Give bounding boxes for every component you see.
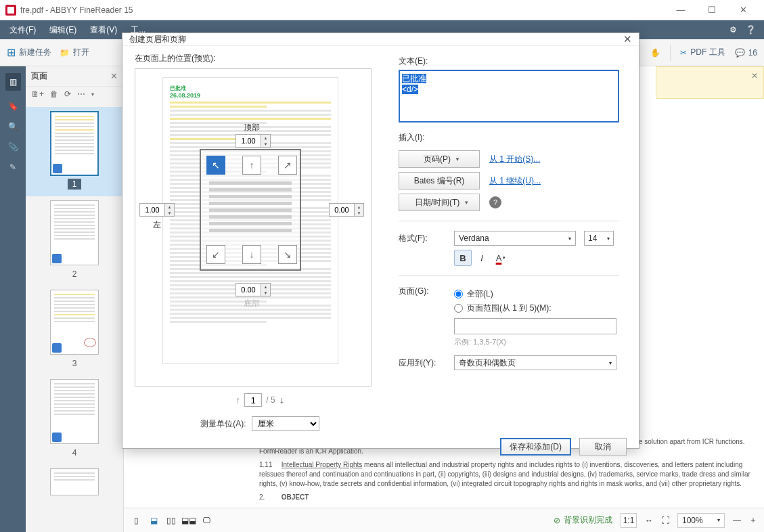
two-page-icon[interactable]: ▯▯: [166, 515, 177, 526]
dropdown-icon[interactable]: ▾: [91, 91, 94, 97]
help-icon[interactable]: ❔: [745, 24, 756, 35]
open-button[interactable]: 📁 打开: [60, 47, 89, 58]
start-from-1-link[interactable]: 从 1 开始(S)...: [489, 154, 540, 165]
font-size-select[interactable]: 14▾: [584, 231, 614, 246]
preview-page-nav: ↑ / 5 ↓: [135, 393, 385, 407]
menu-view[interactable]: 查看(V): [83, 20, 124, 39]
folder-icon: 📁: [60, 48, 70, 58]
thumb-page-5[interactable]: [26, 464, 123, 502]
page-nav-total: / 5: [266, 395, 275, 405]
help-info-icon[interactable]: ?: [489, 196, 501, 208]
single-page-icon[interactable]: ▯: [131, 515, 141, 526]
prev-page-button[interactable]: ↑: [235, 395, 240, 405]
radio-page-range[interactable]: [454, 304, 463, 313]
zoom-out-icon[interactable]: —: [733, 516, 741, 525]
position-bottom-left[interactable]: ↙: [206, 245, 225, 264]
divider-2: [399, 275, 619, 276]
hand-icon[interactable]: ✋: [650, 47, 660, 58]
window-title: fre.pdf - ABBYY FineReader 15: [20, 5, 133, 15]
page-range-input[interactable]: [454, 318, 616, 334]
preview-approved-text: 已批准: [170, 85, 331, 92]
rail-pages-icon[interactable]: ▥: [5, 73, 21, 91]
minimize-button[interactable]: —: [665, 0, 696, 20]
menu-file[interactable]: 文件(F): [3, 20, 43, 39]
comments-count: 16: [748, 48, 757, 58]
rotate-icon[interactable]: ⟳: [64, 89, 71, 99]
thumb-page-1[interactable]: 1: [26, 107, 123, 196]
bottom-toolbar: ▯ ⬓ ▯▯ ⬓⬓ 🖵 ⊘ 背景识别完成 1:1 ↔ ⛶ 100% ▾ — ＋: [124, 508, 764, 532]
doc-ip-title: Intellectual Property Rights: [282, 461, 363, 468]
top-margin-spinner[interactable]: ▲▼: [235, 134, 271, 148]
measure-select[interactable]: 厘米: [252, 416, 319, 431]
bottom-margin-input[interactable]: [235, 283, 261, 296]
apply-select[interactable]: 奇数页和偶数页▾: [454, 355, 616, 370]
left-margin-spinner[interactable]: ▲▼: [139, 203, 175, 217]
continuous-icon[interactable]: ⬓: [148, 515, 159, 526]
font-select[interactable]: Verdana▾: [454, 231, 576, 246]
datetime-button[interactable]: 日期/时间(T)▼: [399, 194, 480, 211]
save-add-button[interactable]: 保存和添加(D): [500, 438, 571, 456]
maximize-button[interactable]: ☐: [696, 0, 727, 20]
left-rail: ▥ 🔖 🔍 📎 ✎: [0, 66, 26, 532]
thumb-page-4[interactable]: 4: [26, 375, 123, 464]
preview-approved-date: 26.08.2019: [170, 92, 331, 99]
text-input[interactable]: 已批准 <d/>: [399, 70, 619, 123]
radio-all-pages[interactable]: [454, 290, 463, 298]
position-top-left[interactable]: ↖: [206, 156, 225, 175]
notification-banner: ✕: [656, 66, 764, 99]
more-icon[interactable]: ⋯: [77, 89, 85, 99]
rail-attach-icon[interactable]: 📎: [8, 142, 18, 152]
bottom-margin-spinner[interactable]: ▲▼: [235, 283, 271, 296]
rail-search-icon[interactable]: 🔍: [8, 122, 18, 131]
zoom-select[interactable]: 100% ▾: [677, 513, 725, 528]
position-grid: ↖ ↑ ↗ ↙ ↓ ↘: [200, 149, 301, 271]
italic-button[interactable]: I: [473, 250, 491, 266]
position-bottom-center[interactable]: ↓: [242, 245, 261, 264]
bottom-margin-label: 底部: [244, 298, 260, 309]
insert-label: 插入(I):: [399, 132, 627, 143]
rail-bookmark-icon[interactable]: 🔖: [8, 102, 18, 111]
position-top-center[interactable]: ↑: [242, 156, 261, 175]
two-continuous-icon[interactable]: ⬓⬓: [183, 515, 194, 526]
gear-icon[interactable]: ⚙: [727, 24, 738, 35]
font-color-button[interactable]: A ▾: [492, 250, 510, 266]
next-page-button[interactable]: ↓: [279, 395, 284, 405]
left-margin-input[interactable]: [139, 203, 165, 217]
add-page-icon[interactable]: 🗎+: [31, 89, 44, 99]
doc-num-111: 1.11: [259, 460, 279, 470]
apply-label: 应用到(Y):: [399, 357, 446, 369]
pdf-tools-button[interactable]: ✂ PDF 工具: [680, 47, 725, 58]
new-task-button[interactable]: ⊞ 新建任务: [7, 46, 51, 59]
ratio-button[interactable]: 1:1: [621, 513, 637, 528]
continue-from-1-link[interactable]: 从 1 继续(U)...: [489, 175, 541, 187]
comments-button[interactable]: 💬 16: [735, 48, 757, 58]
page-number-button[interactable]: 页码(P)▼: [399, 150, 480, 168]
thumb-page-3[interactable]: 3: [26, 286, 123, 375]
banner-close[interactable]: ✕: [751, 71, 758, 81]
format-label: 格式(F):: [399, 233, 446, 244]
right-margin-input[interactable]: [329, 203, 355, 217]
page-nav-input[interactable]: [244, 393, 262, 407]
comment-icon: 💬: [735, 48, 745, 58]
menu-edit[interactable]: 编辑(E): [43, 20, 83, 39]
right-margin-spinner[interactable]: ▲▼: [329, 203, 364, 217]
window-titlebar: fre.pdf - ABBYY FineReader 15 — ☐ ✕: [0, 0, 764, 20]
delete-page-icon[interactable]: 🗑: [50, 89, 58, 99]
thumbs-close-button[interactable]: ✕: [110, 71, 118, 81]
bold-button[interactable]: B: [454, 250, 472, 266]
rail-sign-icon[interactable]: ✎: [9, 162, 16, 172]
dialog-title: 创建页眉和页脚: [129, 34, 186, 45]
close-button[interactable]: ✕: [727, 0, 759, 20]
position-bottom-right[interactable]: ↘: [278, 245, 297, 264]
position-top-right[interactable]: ↗: [278, 156, 297, 175]
fit-width-icon[interactable]: ↔: [645, 516, 653, 525]
bates-button[interactable]: Bates 编号(R): [399, 172, 480, 190]
thumb-badge: 1: [68, 179, 82, 190]
zoom-in-icon[interactable]: ＋: [749, 514, 757, 526]
thumb-page-2[interactable]: 2: [26, 196, 123, 286]
cancel-button[interactable]: 取消: [579, 438, 627, 456]
monitor-icon[interactable]: 🖵: [201, 515, 212, 526]
top-margin-input[interactable]: [235, 134, 261, 148]
dialog-close-button[interactable]: ✕: [623, 33, 632, 45]
fit-page-icon[interactable]: ⛶: [661, 516, 669, 525]
